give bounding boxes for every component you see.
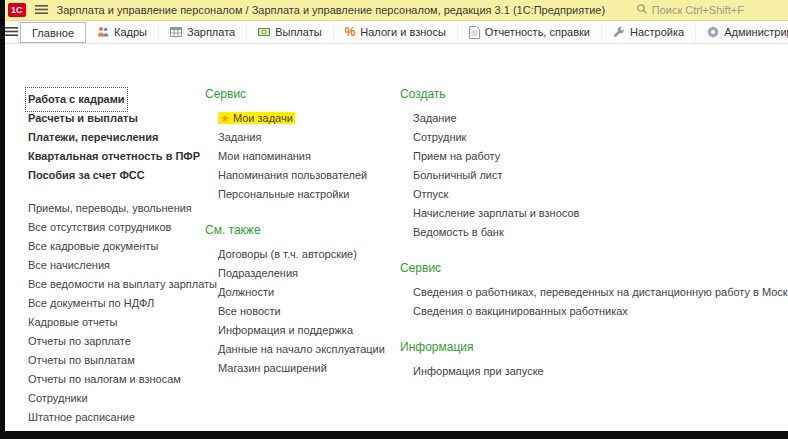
nav-link[interactable]: Магазин расширений <box>218 359 390 378</box>
nav-link[interactable]: Кадровые отчеты <box>28 313 203 332</box>
service-section: Сервис ★Мои задачи Задания Мои напоминан… <box>205 84 390 204</box>
tab-nastroyka[interactable]: Настройка <box>602 21 696 43</box>
sections-menubar: Главное Кадры Зарплата Выплаты % Налоги … <box>5 21 788 44</box>
tab-label: Отчетность, справки <box>485 26 590 38</box>
section-link-rabota-s-kadrami[interactable]: Работа с кадрами <box>28 90 203 109</box>
panel-menu-button[interactable] <box>5 21 19 43</box>
nav-link[interactable]: Персональные настройки <box>218 185 390 204</box>
section-link[interactable]: Платежи, перечисления <box>28 128 203 147</box>
nav-link[interactable]: Информация и поддержка <box>218 321 390 340</box>
search-icon <box>636 3 648 17</box>
nav-link[interactable]: Подразделения <box>218 264 390 283</box>
nav-link[interactable]: Отчеты по налогам и взносам <box>28 370 203 389</box>
create-link[interactable]: Ведомость в банк <box>413 223 782 242</box>
create-section: Создать Задание Сотрудник Прием на работ… <box>400 84 782 242</box>
nav-link[interactable]: Информация при запуске <box>413 362 782 381</box>
nav-link[interactable]: Все кадровые документы <box>28 237 203 256</box>
nav-link-moi-zadachi[interactable]: ★Мои задачи <box>218 109 390 128</box>
1c-logo: 1С <box>8 3 26 17</box>
wrench-icon <box>613 26 625 38</box>
tab-otchetnost-spravki[interactable]: Отчетность, справки <box>458 21 602 43</box>
title-bar: 1С Зарплата и управление персоналом / За… <box>5 0 788 21</box>
nav-link[interactable]: Напоминания пользователей <box>218 166 390 185</box>
nav-link[interactable]: Все ведомости на выплату зарплаты <box>28 275 203 294</box>
tab-glavnoe[interactable]: Главное <box>20 22 86 43</box>
create-link[interactable]: Сотрудник <box>413 128 782 147</box>
section-header: Информация <box>400 337 782 357</box>
nav-link[interactable]: Отчеты по зарплате <box>28 332 203 351</box>
nav-link[interactable]: Штатное расписание <box>28 408 203 427</box>
create-link[interactable]: Отпуск <box>413 185 782 204</box>
tab-zarplata[interactable]: Зарплата <box>159 21 247 43</box>
actions-column: Создать Задание Сотрудник Прием на работ… <box>400 84 782 397</box>
tab-label: Кадры <box>114 26 147 38</box>
nav-link[interactable]: Все начисления <box>28 256 203 275</box>
nav-link[interactable]: Договоры (в т.ч. авторские) <box>218 245 390 264</box>
tab-vyplaty[interactable]: Выплаты <box>247 21 333 43</box>
window-title: Зарплата и управление персоналом / Зарпл… <box>57 4 630 16</box>
see-also-section: См. также Договоры (в т.ч. авторские) По… <box>205 220 390 378</box>
nav-link[interactable]: Приемы, переводы, увольнения <box>28 199 203 218</box>
service-column: Сервис ★Мои задачи Задания Мои напоминан… <box>205 84 390 394</box>
tab-administrirovanie[interactable]: Администрирование <box>696 21 788 43</box>
nav-link[interactable]: Мои напоминания <box>218 147 390 166</box>
focus-rect: Работа с кадрами <box>28 90 125 109</box>
section-link[interactable]: Расчеты и выплаты <box>28 109 203 128</box>
tab-label: Налоги и взносы <box>360 26 446 38</box>
hamburger-icon <box>5 26 18 39</box>
nav-link[interactable]: Отчеты по выплатам <box>28 351 203 370</box>
app-window: 1С Зарплата и управление персоналом / За… <box>5 0 788 431</box>
tab-label: Администрирование <box>724 26 788 38</box>
nav-link[interactable]: Данные на начало эксплуатации <box>218 340 390 359</box>
tab-label: Зарплата <box>187 26 235 38</box>
create-link[interactable]: Прием на работу <box>413 147 782 166</box>
section-header: Создать <box>400 84 782 104</box>
nav-link[interactable]: Должности <box>218 283 390 302</box>
create-link[interactable]: Задание <box>413 109 782 128</box>
nav-link[interactable]: Все отсутствия сотрудников <box>28 218 203 237</box>
global-search[interactable]: Поиск Ctrl+Shift+F <box>636 3 744 17</box>
yellow-highlight: ★Мои задачи <box>218 112 295 124</box>
nav-link[interactable]: Все новости <box>218 302 390 321</box>
tab-label: Главное <box>32 27 74 39</box>
create-link[interactable]: Начисление зарплаты и взносов <box>413 204 782 223</box>
tab-label: Настройка <box>630 26 684 38</box>
tab-kadry[interactable]: Кадры <box>86 21 159 43</box>
tab-nalogi-i-vznosy[interactable]: % Налоги и взносы <box>334 21 458 43</box>
nav-link[interactable]: Задания <box>218 128 390 147</box>
create-link[interactable]: Больничный лист <box>413 166 782 185</box>
nav-link[interactable]: Все документы по НДФЛ <box>28 294 203 313</box>
gear-icon <box>707 26 719 38</box>
main-menu-button[interactable] <box>32 1 51 19</box>
section-link[interactable]: Квартальная отчетность в ПФР <box>28 147 203 166</box>
home-panel: Работа с кадрами Расчеты и выплаты Плате… <box>5 44 788 431</box>
section-header: Сервис <box>205 84 390 104</box>
ledger-icon <box>170 26 182 38</box>
sections-column: Работа с кадрами Расчеты и выплаты Плате… <box>28 90 203 427</box>
percent-icon: % <box>345 25 356 39</box>
service-section: Сервис Сведения о работниках, переведенн… <box>400 258 782 321</box>
tab-label: Выплаты <box>275 26 321 38</box>
hamburger-icon <box>35 1 48 19</box>
section-header: Сервис <box>400 258 782 278</box>
group-divider <box>28 185 203 199</box>
banknote-icon <box>258 26 270 38</box>
document-icon <box>469 26 480 39</box>
information-section: Информация Информация при запуске <box>400 337 782 381</box>
search-placeholder: Поиск Ctrl+Shift+F <box>652 4 744 16</box>
section-link[interactable]: Пособия за счет ФСС <box>28 166 203 185</box>
nav-link[interactable]: Сведения о работниках, переведенных на д… <box>413 283 782 302</box>
favorite-star-icon: ★ <box>220 112 230 124</box>
nav-link[interactable]: Сведения о вакцинированных работниках <box>413 302 782 321</box>
nav-link[interactable]: Сотрудники <box>28 389 203 408</box>
people-icon <box>97 26 109 38</box>
section-header: См. также <box>205 220 390 240</box>
